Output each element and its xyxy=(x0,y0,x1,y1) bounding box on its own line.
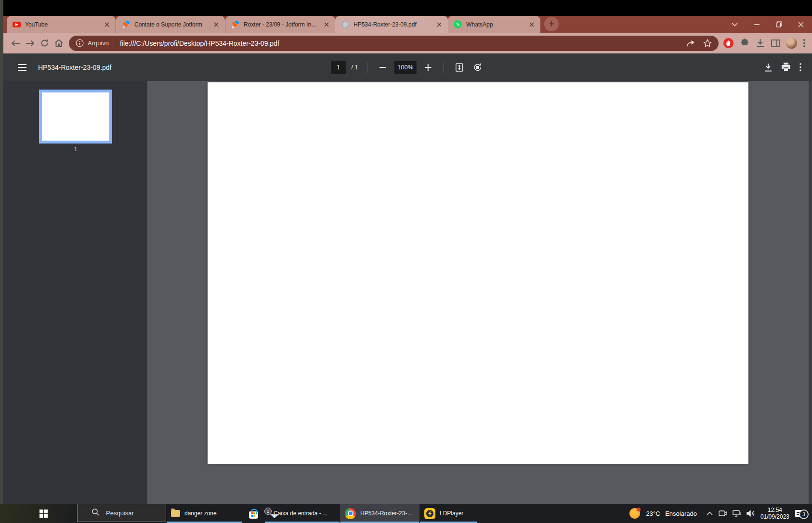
pdf-toolbar: HP534-Roxter-23-09.pdf / 1 100% xyxy=(3,53,812,81)
search-icon xyxy=(92,509,99,518)
globe-icon xyxy=(341,20,349,28)
toolbar-extensions xyxy=(723,38,805,49)
windows-taskbar: danger zone 1 Caixa de entrada - ... HP5… xyxy=(0,504,812,523)
taskbar-item-label: Caixa de entrada - ... xyxy=(274,510,327,517)
zoom-out-icon[interactable] xyxy=(376,61,390,74)
toolbar-divider xyxy=(367,62,367,73)
share-icon[interactable] xyxy=(686,39,695,47)
pdf-print-icon[interactable] xyxy=(781,63,791,72)
rotate-icon[interactable] xyxy=(471,61,485,74)
pdf-more-menu-icon[interactable] xyxy=(799,63,801,71)
tab-close-icon[interactable] xyxy=(212,20,220,28)
browser-toolbar: Arquivo file:///C:/Users/profi/Desktop/H… xyxy=(3,33,812,53)
tray-chevron-up-icon[interactable] xyxy=(707,511,713,515)
profile-avatar[interactable] xyxy=(786,38,797,49)
adblock-icon[interactable] xyxy=(723,38,733,48)
clock-widget[interactable]: 12:54 01/09/2023 xyxy=(760,507,789,520)
downloads-icon[interactable] xyxy=(756,39,765,48)
forward-button[interactable] xyxy=(23,36,37,51)
taskbar-item-label: HP534-Roxter-23-0... xyxy=(360,510,415,517)
minimize-button[interactable] xyxy=(746,16,768,33)
side-panel-icon[interactable] xyxy=(771,39,780,47)
page-count-label: / 1 xyxy=(351,64,358,71)
tray-network-icon[interactable] xyxy=(733,510,741,517)
tab-pdf-active[interactable]: HP534-Roxter-23-09.pdf xyxy=(335,16,448,33)
taskbar-item-label: LDPlayer xyxy=(440,510,463,517)
taskbar-item-label: danger zone xyxy=(184,510,217,517)
taskbar-item-chrome-pdf[interactable]: HP534-Roxter-23-0... xyxy=(340,504,419,523)
back-button[interactable] xyxy=(8,36,23,51)
zoom-level-value: 100% xyxy=(394,61,417,74)
tray-meet-now-icon[interactable] xyxy=(719,510,727,517)
bookmark-star-icon[interactable] xyxy=(703,39,712,47)
tab-jotform-inbox[interactable]: Roxter - 23/09 - Jotform Inbox xyxy=(225,16,335,33)
search-input[interactable] xyxy=(105,509,160,517)
tab-label: HP534-Roxter-23-09.pdf xyxy=(354,21,431,28)
start-button[interactable] xyxy=(26,504,60,523)
microsoft-store-icon xyxy=(249,509,259,519)
pdf-content-area: 1 xyxy=(3,81,809,504)
browser-tab-strip: YouTube Contate o Suporte Jotform xyxy=(3,16,812,33)
tab-close-icon[interactable] xyxy=(435,20,443,28)
tab-whatsapp[interactable]: WhatsApp xyxy=(448,16,540,33)
home-button[interactable] xyxy=(52,36,66,51)
chrome-icon xyxy=(345,508,356,519)
tab-search-chevron-icon[interactable] xyxy=(723,16,746,33)
tab-jotform-support[interactable]: Contate o Suporte Jotform xyxy=(116,16,225,33)
tabs-container: YouTube Contate o Suporte Jotform xyxy=(7,16,559,33)
weather-widget[interactable]: 23°C Ensolarado xyxy=(646,510,696,517)
tab-youtube[interactable]: YouTube xyxy=(7,16,116,33)
tab-label: WhatsApp xyxy=(466,21,524,28)
desktop-edge-left xyxy=(0,0,3,504)
clock-date: 01/09/2023 xyxy=(760,513,789,520)
pdf-download-icon[interactable] xyxy=(764,63,773,72)
ldplayer-icon xyxy=(424,508,435,519)
thumbnail-page-number: 1 xyxy=(39,145,112,153)
url-text: file:///C:/Users/profi/Desktop/HP534-Rox… xyxy=(120,39,681,47)
tab-label: YouTube xyxy=(25,21,99,28)
close-window-button[interactable] xyxy=(790,16,812,33)
pdf-viewer-canvas[interactable] xyxy=(147,81,809,504)
taskbar-search[interactable] xyxy=(77,504,166,522)
url-bar[interactable]: Arquivo file:///C:/Users/profi/Desktop/H… xyxy=(69,36,719,51)
extensions-puzzle-icon[interactable] xyxy=(740,39,749,48)
jotform-icon xyxy=(122,20,130,28)
pdf-document-title: HP534-Roxter-23-09.pdf xyxy=(38,64,112,71)
info-icon[interactable] xyxy=(76,39,84,47)
mail-unread-badge: 1 xyxy=(264,508,272,515)
url-divider xyxy=(114,39,114,47)
tab-close-icon[interactable] xyxy=(103,20,111,28)
nav-buttons xyxy=(8,36,66,51)
taskbar-item-mail-inbox[interactable]: 1 Caixa de entrada - ... xyxy=(264,504,340,523)
taskbar-item-microsoft-store[interactable] xyxy=(242,504,264,523)
youtube-icon xyxy=(13,20,21,28)
reload-button[interactable] xyxy=(37,36,52,51)
weather-condition: Ensolarado xyxy=(665,510,697,517)
system-tray: 23°C Ensolarado 12:54 01/09/2023 xyxy=(629,504,812,523)
jotform-icon xyxy=(231,20,239,28)
weather-sun-icon[interactable] xyxy=(629,508,640,519)
notification-count-badge: 3 xyxy=(799,510,809,519)
notification-center[interactable]: 3 xyxy=(795,510,803,517)
tab-close-icon[interactable] xyxy=(322,20,330,28)
desktop-edge-right xyxy=(809,81,812,504)
tab-close-icon[interactable] xyxy=(527,20,536,28)
desktop-edge-top xyxy=(3,0,812,16)
taskbar-item-danger-zone[interactable]: danger zone xyxy=(166,504,242,523)
fit-to-page-icon[interactable] xyxy=(453,61,466,74)
new-tab-button[interactable] xyxy=(544,17,559,31)
pdf-menu-hamburger-icon[interactable] xyxy=(15,60,29,75)
site-label: Arquivo xyxy=(88,39,109,47)
browser-menu-icon[interactable] xyxy=(803,39,805,47)
pdf-thumbnail-sidebar: 1 xyxy=(3,81,147,504)
pdf-page-controls: / 1 100% xyxy=(331,61,484,74)
tray-volume-icon[interactable] xyxy=(747,510,755,517)
folder-icon xyxy=(171,510,180,517)
tab-label: Contate o Suporte Jotform xyxy=(134,21,208,28)
taskbar-item-ldplayer[interactable]: LDPlayer xyxy=(419,504,477,523)
page-thumbnail[interactable] xyxy=(39,90,112,144)
page-number-input[interactable] xyxy=(331,61,345,74)
pdf-toolbar-actions xyxy=(764,63,801,72)
zoom-in-icon[interactable] xyxy=(421,61,435,74)
restore-button[interactable] xyxy=(768,16,790,33)
